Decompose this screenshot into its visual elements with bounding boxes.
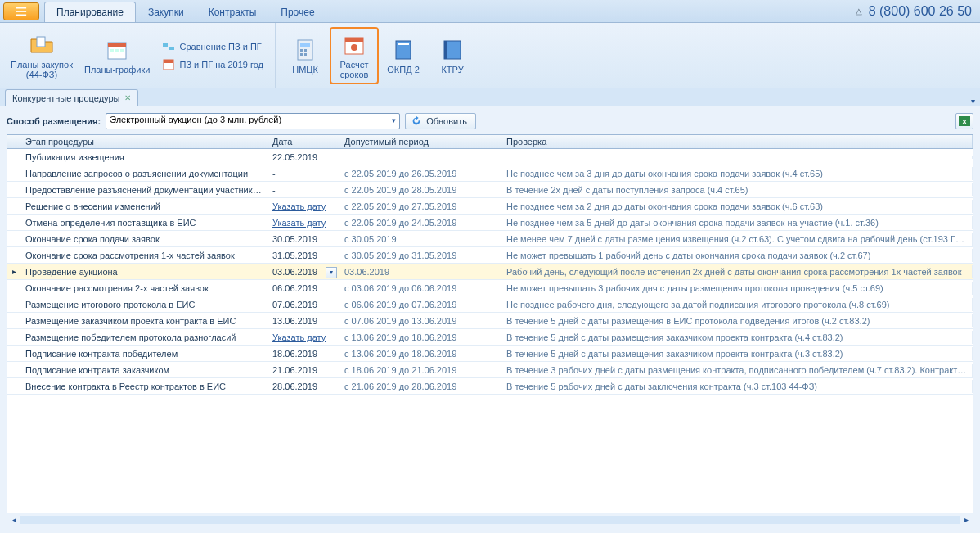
table-row[interactable]: Решение о внесении измененийУказать дату…: [7, 198, 973, 215]
table-row[interactable]: ▸Проведение аукциона03.06.2019▾03.06.201…: [7, 264, 973, 280]
scroll-track[interactable]: [20, 516, 960, 524]
cell-date-link[interactable]: Указать дату: [267, 331, 339, 344]
cell-period: с 21.06.2019 до 28.06.2019: [339, 380, 501, 393]
ribbon-okpd2-button[interactable]: ОКПД 2: [379, 33, 428, 79]
table-row[interactable]: Размещение итогового протокола в ЕИС07.0…: [7, 296, 973, 313]
cell-stage: Внесение контракта в Реестр контрактов в…: [20, 380, 267, 393]
table-row[interactable]: Окончание рассмотрения 2-х частей заявок…: [7, 280, 973, 296]
svg-rect-0: [16, 7, 26, 8]
calendar-icon: [104, 37, 130, 63]
catalog-icon: [439, 37, 465, 63]
svg-rect-14: [300, 43, 310, 47]
cell-check: В течение 5 дней с даты размещения заказ…: [501, 347, 973, 360]
refresh-button[interactable]: Обновить: [405, 113, 476, 129]
support-phone: 8 (800) 600 26 50: [869, 4, 972, 19]
cell-check: Не позднее чем за 5 дней до даты окончан…: [501, 216, 973, 229]
col-check[interactable]: Проверка: [501, 135, 973, 148]
export-excel-button[interactable]: X: [955, 113, 973, 129]
cell-stage: Отмена определения поставщика в ЕИС: [20, 216, 267, 229]
cell-stage: Окончание срока подачи заявок: [20, 233, 267, 246]
table-row[interactable]: Направление запросов о разъяснении докум…: [7, 165, 973, 182]
svg-rect-25: [444, 41, 447, 59]
menu-tabs: Планирование Закупки Контракты Прочее: [44, 0, 327, 22]
table-row[interactable]: Размещение победителем протокола разногл…: [7, 329, 973, 346]
row-indicator-header: [7, 135, 20, 148]
cell-date-link[interactable]: Указать дату: [267, 200, 339, 213]
menu-tab-planning[interactable]: Планирование: [44, 2, 136, 22]
scroll-right-icon[interactable]: ▸: [960, 515, 973, 524]
svg-rect-5: [108, 43, 126, 47]
cell-stage: Проведение аукциона: [20, 265, 267, 278]
table-row[interactable]: Внесение контракта в Реестр контрактов в…: [7, 378, 973, 395]
cell-stage: Подписание контракта победителем: [20, 347, 267, 360]
svg-text:X: X: [962, 118, 967, 126]
cell-stage: Публикация извещения: [20, 151, 267, 164]
refresh-icon: [411, 115, 422, 127]
scroll-left-icon[interactable]: ◂: [7, 515, 20, 524]
table-row[interactable]: Окончание срока рассмотрения 1-х частей …: [7, 247, 973, 264]
cell-period: с 30.05.2019 до 31.05.2019: [339, 249, 501, 262]
col-date[interactable]: Дата: [267, 135, 339, 148]
table-row[interactable]: Подписание контракта заказчиком21.06.201…: [7, 362, 973, 378]
cell-period: с 13.06.2019 до 18.06.2019: [339, 331, 501, 344]
col-period[interactable]: Допустимый период: [339, 135, 501, 148]
ribbon-compare-link[interactable]: Сравнение ПЗ и ПГ: [162, 40, 263, 53]
svg-rect-15: [300, 49, 303, 52]
cell-period: с 06.06.2019 до 07.06.2019: [339, 298, 501, 311]
svg-rect-3: [37, 37, 45, 47]
ribbon-pz-pg-2019-link[interactable]: ПЗ и ПГ на 2019 год: [162, 58, 263, 71]
collapse-ribbon-icon[interactable]: △: [856, 7, 862, 16]
menu-tab-contracts[interactable]: Контракты: [196, 2, 269, 22]
col-stage[interactable]: Этап процедуры: [20, 135, 267, 148]
cell-date[interactable]: 03.06.2019▾: [267, 265, 339, 278]
cell-stage: Решение о внесении изменений: [20, 200, 267, 213]
svg-rect-17: [300, 53, 303, 56]
cell-check: В течение 3 рабочих дней с даты размещен…: [501, 364, 973, 377]
cell-date: -: [267, 183, 339, 196]
menu-tab-purchases[interactable]: Закупки: [136, 2, 196, 22]
doc-tab-competitive-procedures[interactable]: Конкурентные процедуры ✕: [5, 89, 138, 106]
cell-date-link[interactable]: Указать дату: [267, 216, 339, 229]
ribbon-plans-zakupok-button[interactable]: Планы закупок (44-ФЗ): [5, 28, 79, 84]
cell-date: 30.05.2019: [267, 233, 339, 246]
table-row[interactable]: Подписание контракта победителем18.06.20…: [7, 346, 973, 362]
grid-body[interactable]: Публикация извещения22.05.2019Направлени…: [7, 149, 973, 513]
placement-method-dropdown[interactable]: Электронный аукцион (до 3 млн. рублей): [106, 113, 400, 129]
cell-period: с 07.06.2019 до 13.06.2019: [339, 314, 501, 327]
table-row[interactable]: Отмена определения поставщика в ЕИСУказа…: [7, 215, 973, 231]
svg-rect-6: [110, 49, 114, 52]
close-icon[interactable]: ✕: [124, 93, 131, 102]
cell-check: Не позднее чем за 3 дня до даты окончани…: [501, 167, 973, 180]
title-bar: Планирование Закупки Контракты Прочее △ …: [0, 0, 980, 23]
cell-date: 07.06.2019: [267, 298, 339, 311]
procedure-grid: Этап процедуры Дата Допустимый период Пр…: [7, 134, 973, 526]
cell-check: Не позднее чем за 2 дня до даты окончани…: [501, 200, 973, 213]
table-row[interactable]: Окончание срока подачи заявок30.05.2019с…: [7, 231, 973, 247]
tab-overflow-icon[interactable]: ▾: [971, 97, 975, 106]
filter-row: Способ размещения: Электронный аукцион (…: [7, 113, 973, 129]
horizontal-scrollbar[interactable]: ◂ ▸: [7, 513, 973, 526]
date-dropdown-icon[interactable]: ▾: [326, 267, 337, 278]
ribbon-plans-grafiki-button[interactable]: Планы-графики: [79, 33, 156, 79]
ribbon-ktru-button[interactable]: КТРУ: [428, 33, 477, 79]
app-menu-button[interactable]: [3, 2, 39, 20]
calculator-icon: [292, 37, 318, 63]
svg-rect-2: [16, 14, 26, 16]
table-row[interactable]: Предоставление разъяснений документации …: [7, 182, 973, 198]
svg-rect-12: [164, 60, 173, 63]
cell-date: 06.06.2019: [267, 282, 339, 295]
menu-tab-other[interactable]: Прочее: [268, 2, 326, 22]
cell-stage: Направление запросов о разъяснении докум…: [20, 167, 267, 180]
table-row[interactable]: Публикация извещения22.05.2019: [7, 149, 973, 165]
year-icon: [162, 58, 175, 71]
cell-period: 03.06.2019: [339, 265, 501, 278]
ribbon-raschet-srokov-button[interactable]: Расчет сроков: [330, 27, 379, 84]
excel-icon: X: [958, 115, 971, 128]
cell-check: Не позднее рабочего дня, следующего за д…: [501, 298, 973, 311]
svg-rect-1: [16, 11, 26, 12]
cell-date: 31.05.2019: [267, 249, 339, 262]
ribbon-nmck-button[interactable]: НМЦК: [281, 33, 330, 79]
cell-period: с 22.05.2019 до 28.05.2019: [339, 183, 501, 196]
table-row[interactable]: Размещение заказчиком проекта контракта …: [7, 313, 973, 329]
svg-rect-7: [115, 49, 119, 52]
